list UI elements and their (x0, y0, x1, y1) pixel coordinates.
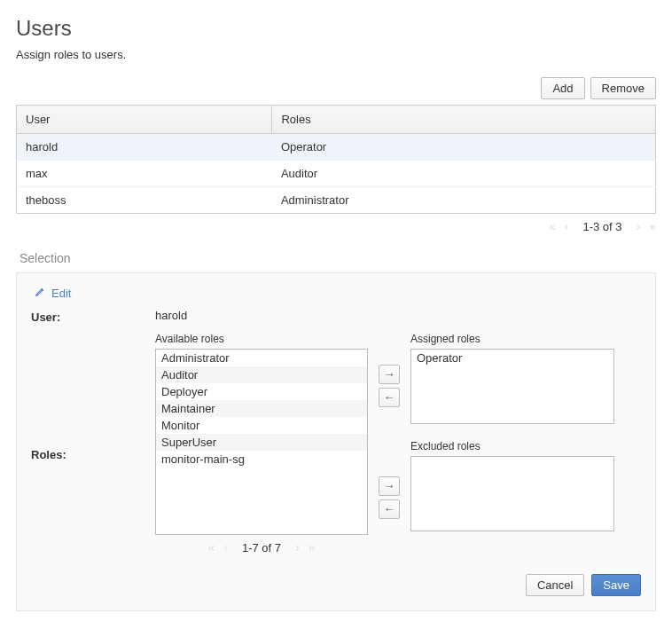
cell-user: max (17, 161, 272, 187)
list-item[interactable]: Administrator (156, 350, 367, 366)
excluded-roles-list[interactable] (410, 456, 614, 531)
save-button[interactable]: Save (591, 574, 641, 596)
cancel-button[interactable]: Cancel (526, 574, 584, 596)
list-item[interactable]: monitor-main-sg (156, 451, 367, 468)
add-button[interactable]: Add (541, 77, 584, 99)
avail-next-icon[interactable]: › (295, 540, 300, 554)
cell-user: theboss (17, 187, 272, 214)
assigned-label: Assigned roles (410, 333, 614, 345)
table-row[interactable]: maxAuditor (17, 161, 656, 187)
edit-label: Edit (51, 287, 71, 300)
avail-first-icon[interactable]: « (207, 540, 215, 554)
col-user[interactable]: User (17, 106, 272, 134)
prev-page-icon[interactable]: ‹ (565, 219, 569, 233)
selection-panel: Edit User: harold Roles: Available roles… (16, 272, 656, 611)
edit-icon (35, 286, 46, 300)
last-page-icon[interactable]: » (649, 219, 656, 233)
pager-range: 1-3 of 3 (582, 220, 621, 233)
cell-roles: Auditor (272, 161, 656, 187)
roles-label: Roles: (31, 333, 155, 554)
available-pager: « ‹ 1-7 of 7 › » (155, 540, 368, 554)
assign-remove-button[interactable]: ← (379, 388, 400, 407)
excluded-label: Excluded roles (410, 440, 614, 452)
available-roles-list[interactable]: AdministratorAuditorDeployerMaintainerMo… (155, 349, 368, 535)
list-item[interactable]: Deployer (156, 383, 367, 400)
edit-link[interactable]: Edit (35, 286, 71, 300)
page-title: Users (16, 16, 656, 41)
user-value: harold (155, 309, 187, 322)
list-item[interactable]: Monitor (156, 417, 367, 434)
avail-last-icon[interactable]: » (309, 540, 316, 554)
page-subtitle: Assign roles to users. (16, 48, 656, 61)
users-pager: « ‹ 1-3 of 3 › » (16, 219, 656, 233)
list-item[interactable]: Maintainer (156, 400, 367, 417)
list-item[interactable]: SuperUser (156, 434, 367, 451)
avail-pager-range: 1-7 of 7 (242, 541, 281, 554)
next-page-icon[interactable]: › (637, 219, 641, 233)
avail-prev-icon[interactable]: ‹ (223, 540, 228, 554)
cell-roles: Administrator (272, 187, 656, 214)
list-item[interactable]: Auditor (156, 366, 367, 383)
remove-button[interactable]: Remove (590, 77, 656, 99)
list-item[interactable]: Operator (411, 350, 613, 366)
toolbar: Add Remove (16, 77, 656, 99)
assigned-roles-list[interactable]: Operator (410, 349, 614, 424)
user-label: User: (31, 309, 155, 324)
first-page-icon[interactable]: « (549, 219, 556, 233)
cell-roles: Operator (272, 134, 656, 161)
table-row[interactable]: haroldOperator (17, 134, 656, 161)
available-label: Available roles (155, 333, 368, 345)
cell-user: harold (17, 134, 272, 161)
table-row[interactable]: thebossAdministrator (17, 187, 656, 214)
selection-heading: Selection (20, 251, 656, 265)
assign-add-button[interactable]: → (379, 365, 400, 384)
col-roles[interactable]: Roles (272, 106, 656, 134)
users-table: User Roles haroldOperatormaxAuditorthebo… (16, 105, 656, 214)
exclude-add-button[interactable]: → (379, 476, 400, 496)
roles-editor: Available roles AdministratorAuditorDepl… (155, 333, 614, 554)
exclude-remove-button[interactable]: ← (379, 499, 400, 519)
